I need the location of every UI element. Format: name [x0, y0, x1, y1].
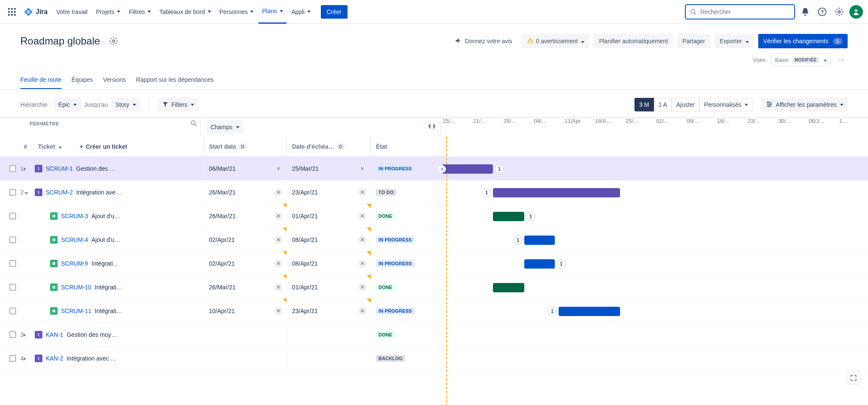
expand-toggle-icon[interactable]: [24, 165, 31, 172]
status-lozenge[interactable]: TO DO: [376, 189, 396, 196]
issue-summary[interactable]: Gestion des …: [76, 165, 116, 172]
status-lozenge[interactable]: IN PROGRESS: [376, 236, 415, 243]
clear-date-icon[interactable]: ✕: [275, 189, 282, 196]
row-checkbox[interactable]: [9, 165, 16, 172]
tab-roadmap[interactable]: Feuille de route: [20, 71, 61, 89]
status-lozenge[interactable]: BACKLOG: [376, 355, 405, 362]
fullscreen-icon[interactable]: [847, 371, 860, 385]
dependency-count-badge[interactable]: 1: [482, 188, 491, 197]
review-changes-button[interactable]: Vérifier les changements 5: [758, 34, 848, 48]
tab-teams[interactable]: Équipes: [72, 71, 93, 89]
status-lozenge[interactable]: IN PROGRESS: [376, 308, 415, 314]
issue-key[interactable]: SCRUM-11: [61, 308, 92, 314]
jira-logo[interactable]: Jira: [24, 7, 47, 17]
row-checkbox[interactable]: [9, 355, 16, 362]
help-icon[interactable]: ?: [815, 5, 829, 19]
issue-key[interactable]: SCRUM-3: [61, 213, 88, 219]
expand-toggle-icon[interactable]: [24, 355, 31, 362]
issue-row[interactable]: 3 KAN-1 Gestion des moy… DONE: [0, 323, 868, 347]
search-input[interactable]: Rechercher: [685, 4, 795, 19]
clear-date-icon[interactable]: ✕: [275, 236, 282, 244]
clear-date-icon[interactable]: ✕: [359, 236, 366, 244]
clear-date-icon[interactable]: ✕: [275, 212, 282, 220]
export-button[interactable]: Exporter: [715, 34, 754, 48]
status-lozenge[interactable]: IN PROGRESS: [376, 260, 415, 267]
row-checkbox[interactable]: [9, 260, 16, 267]
row-checkbox[interactable]: [9, 331, 16, 338]
clear-date-icon[interactable]: ✕: [359, 307, 366, 315]
dependency-count-badge[interactable]: 1: [495, 164, 504, 174]
issue-row[interactable]: SCRUM-9 Intégrati… 02/Apr/21✕ 08/Apr/21✕…: [0, 252, 868, 275]
timeline-bar[interactable]: [493, 188, 620, 197]
clear-date-icon[interactable]: ✕: [359, 189, 366, 196]
timeline-bar[interactable]: [442, 164, 493, 174]
nav-dashboards[interactable]: Tableaux de bord: [156, 5, 214, 19]
zoom-1y[interactable]: 1 A: [654, 98, 672, 111]
clear-date-icon[interactable]: ✕: [359, 212, 366, 220]
dependency-count-badge[interactable]: 1: [513, 236, 523, 245]
column-start-date[interactable]: Start date: [209, 143, 236, 150]
timeline-bar[interactable]: [493, 212, 524, 221]
row-checkbox[interactable]: [9, 308, 16, 314]
filters-button[interactable]: Filters: [158, 98, 198, 111]
nav-your-work[interactable]: Votre travail: [53, 5, 91, 19]
status-lozenge[interactable]: IN PROGRESS: [376, 165, 415, 172]
issue-row[interactable]: SCRUM-4 Ajout d'u… 02/Apr/21✕ 08/Apr/21✕…: [0, 228, 868, 252]
nav-filters[interactable]: Filtres: [125, 5, 154, 19]
issue-key[interactable]: SCRUM-1: [46, 165, 73, 172]
clear-date-icon[interactable]: ✕: [359, 283, 366, 291]
dependency-count-badge[interactable]: 1: [548, 307, 557, 316]
issue-key[interactable]: SCRUM-9: [61, 260, 88, 267]
clear-date-icon[interactable]: ✕: [359, 165, 366, 172]
issue-summary[interactable]: Ajout d'u…: [92, 213, 120, 219]
clear-date-icon[interactable]: ✕: [275, 165, 282, 172]
share-button[interactable]: Partager: [677, 34, 710, 48]
user-avatar[interactable]: [849, 5, 863, 19]
row-checkbox[interactable]: [9, 189, 16, 196]
row-checkbox[interactable]: [9, 284, 16, 291]
issue-key[interactable]: SCRUM-2: [46, 189, 73, 196]
hierarchy-from-select[interactable]: Epic: [54, 98, 81, 111]
timeline-bar[interactable]: [493, 283, 524, 292]
clear-date-icon[interactable]: ✕: [359, 260, 366, 267]
issue-summary[interactable]: Ajout d'u…: [92, 236, 120, 243]
column-state[interactable]: État: [376, 143, 387, 150]
dependency-count-badge[interactable]: 1: [556, 259, 566, 269]
issue-key[interactable]: SCRUM-4: [61, 236, 88, 243]
nav-apps[interactable]: Appli: [288, 5, 314, 19]
warnings-button[interactable]: 0 avertissement: [522, 34, 590, 48]
timeline-bar[interactable]: [559, 307, 620, 316]
issue-key[interactable]: SCRUM-10: [61, 284, 92, 291]
issue-row[interactable]: SCRUM-11 Intégrati… 10/Apr/21✕ 23/Apr/21…: [0, 299, 868, 323]
row-checkbox[interactable]: [9, 236, 16, 243]
search-scope-icon[interactable]: [190, 120, 197, 128]
fields-button[interactable]: Champs: [206, 120, 243, 134]
issue-key[interactable]: KAN-1: [46, 331, 63, 338]
tab-dependencies[interactable]: Rapport sur les dépendances: [136, 71, 214, 89]
dependency-count-badge[interactable]: 1: [526, 212, 535, 221]
create-button[interactable]: Créer: [321, 5, 348, 19]
issue-summary[interactable]: Intégrati…: [95, 308, 122, 314]
nav-people[interactable]: Personnes: [216, 5, 257, 19]
issue-row[interactable]: 2 SCRUM-2 Intégration ave… 26/Mar/21✕ 23…: [0, 180, 868, 204]
auto-schedule-button[interactable]: Planifier automatiquement: [594, 34, 673, 48]
issue-summary[interactable]: Intégrati…: [92, 260, 119, 267]
column-ticket[interactable]: Ticket: [38, 143, 55, 150]
feedback-button[interactable]: Donnez votre avis: [450, 34, 517, 48]
timeline-bar[interactable]: [524, 236, 555, 245]
view-selector[interactable]: Basic MODIFIÉE: [771, 53, 831, 66]
issue-row[interactable]: 4 KAN-2 Intégration avec … BACKLOG: [0, 347, 868, 370]
status-lozenge[interactable]: DONE: [376, 284, 395, 291]
tab-versions[interactable]: Versions: [103, 71, 126, 89]
issue-row[interactable]: SCRUM-10 Intégrati… 26/Mar/21✕ 01/Apr/21…: [0, 275, 868, 299]
expand-toggle-icon[interactable]: [24, 331, 31, 338]
clear-date-icon[interactable]: ✕: [275, 260, 282, 267]
zoom-custom[interactable]: Personnalisés: [699, 98, 753, 111]
issue-row[interactable]: SCRUM-3 Ajout d'u… 26/Mar/21✕ 01/Apr/21✕…: [0, 204, 868, 228]
status-lozenge[interactable]: DONE: [376, 213, 395, 219]
zoom-3m[interactable]: 3 M: [634, 98, 654, 111]
nav-projects[interactable]: Projets: [92, 5, 124, 19]
issue-summary[interactable]: Intégration avec …: [67, 355, 117, 362]
app-switcher-icon[interactable]: [5, 5, 19, 19]
create-issue-link[interactable]: Créer un ticket: [86, 143, 127, 150]
